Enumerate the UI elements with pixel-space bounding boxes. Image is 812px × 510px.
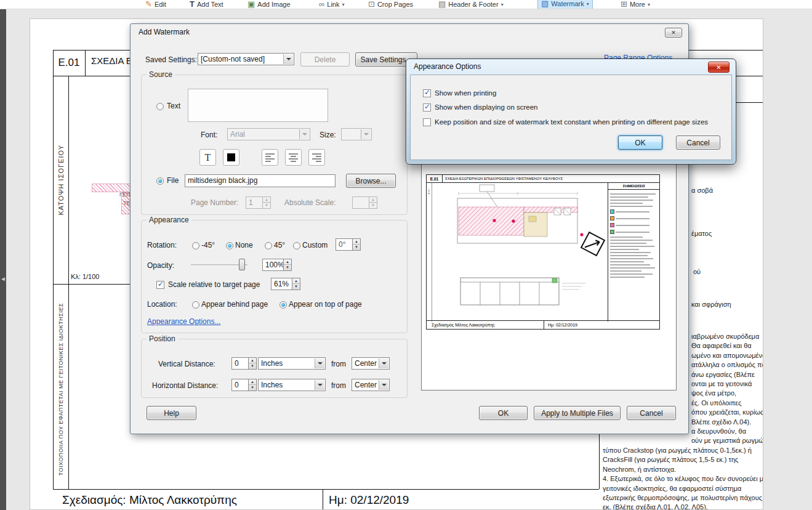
close-icon[interactable]: ✕ bbox=[665, 28, 682, 38]
chevron-down-icon: ▾ bbox=[587, 1, 589, 7]
page-number-input[interactable]: 1 bbox=[246, 196, 263, 209]
align-left-button[interactable] bbox=[262, 149, 278, 166]
horizontal-from-select[interactable]: Center bbox=[352, 379, 390, 391]
side-label-plan-view: ΚΑΤΟΨΗ ΙΣΟΓΕΙΟΥ bbox=[53, 76, 68, 284]
location-ontop-radio[interactable] bbox=[279, 301, 287, 309]
help-button[interactable]: Help bbox=[147, 406, 196, 420]
absolute-scale-input[interactable] bbox=[352, 196, 369, 209]
location-behind-radio[interactable] bbox=[192, 301, 199, 309]
text-radio[interactable] bbox=[156, 103, 164, 110]
table-line bbox=[323, 489, 323, 510]
toolbar-link[interactable]: ∞ Link ▾ bbox=[316, 0, 347, 9]
link-icon: ∞ bbox=[319, 0, 324, 8]
toolbar-add-text[interactable]: T Add Text bbox=[187, 0, 227, 9]
show-on-screen-checkbox[interactable] bbox=[423, 103, 431, 111]
size-select[interactable] bbox=[341, 128, 372, 140]
opacity-slider-thumb[interactable] bbox=[239, 259, 245, 270]
absolute-scale-stepper[interactable]: ▲▼ bbox=[369, 196, 377, 209]
show-when-printing-label: Show when printing bbox=[435, 89, 496, 97]
vertical-unit-value: Inches bbox=[261, 359, 283, 368]
opacity-stepper[interactable]: ▲▼ bbox=[284, 259, 292, 271]
toolbar-edit[interactable]: ✎ Edit bbox=[142, 0, 169, 9]
position-group-label: Position bbox=[147, 334, 178, 343]
appearance-group-label: Appearance bbox=[147, 216, 191, 224]
vertical-from-select[interactable]: Center bbox=[352, 357, 390, 370]
page-number-stepper[interactable]: ▲▼ bbox=[263, 196, 271, 209]
align-center-button[interactable] bbox=[285, 149, 302, 166]
note-line: Neochrom, ή αντίστοιχα. bbox=[603, 465, 763, 474]
preview-designer: Σχεδιασμός Μίλτος Λακκοτρύπης bbox=[427, 321, 544, 329]
show-when-printing-checkbox[interactable] bbox=[423, 89, 431, 97]
scale-label: Κλ: 1/100 bbox=[71, 273, 99, 280]
vertical-unit-select[interactable]: Inches bbox=[258, 357, 326, 370]
ok-button[interactable]: OK bbox=[618, 136, 662, 150]
file-path-input[interactable]: miltisdesign black.jpg bbox=[185, 174, 336, 187]
left-panel-strip[interactable]: ◄ bbox=[0, 9, 6, 510]
size-label: Size: bbox=[320, 131, 336, 139]
font-select[interactable]: Arial bbox=[227, 128, 310, 140]
toolbar-edit-label: Edit bbox=[155, 1, 166, 8]
opacity-input[interactable]: 100% bbox=[262, 259, 284, 271]
pencil-icon: ✎ bbox=[145, 0, 152, 8]
rotation-degree-stepper[interactable]: ▲▼ bbox=[353, 238, 361, 251]
horizontal-distance-stepper[interactable]: ▲▼ bbox=[249, 379, 257, 391]
collapse-arrow-icon[interactable]: ◄ bbox=[0, 275, 6, 282]
chevron-down-icon bbox=[379, 358, 388, 368]
apply-multiple-files-button[interactable]: Apply to Multiple Files bbox=[534, 406, 621, 420]
watermark-text-input[interactable] bbox=[188, 89, 328, 122]
micro-text-bar bbox=[610, 252, 651, 253]
show-on-screen-label: Show when displaying on screen bbox=[435, 103, 538, 111]
file-radio[interactable] bbox=[156, 177, 164, 185]
scale-percent-stepper[interactable]: ▲▼ bbox=[292, 278, 300, 290]
toolbar-header-footer-label: Header & Footer bbox=[448, 1, 498, 8]
rotation-label: Rotation: bbox=[147, 241, 177, 249]
saved-settings-label: Saved Settings: bbox=[145, 55, 197, 64]
scale-percent-input[interactable]: 61% bbox=[271, 278, 292, 290]
preview-sheet-code: Ε.01 bbox=[427, 175, 443, 182]
legend-color-swatch bbox=[610, 230, 614, 234]
vertical-distance-input[interactable]: 0 bbox=[231, 357, 249, 370]
rotation-degree-input[interactable]: 0° bbox=[336, 238, 353, 251]
horizontal-distance-input[interactable]: 0 bbox=[231, 379, 249, 391]
rotation-none-radio[interactable] bbox=[226, 242, 233, 249]
preview-notes-column: ΣΗΜΕΙΩΣΕΙΣ bbox=[608, 183, 660, 322]
font-color-button[interactable]: T bbox=[199, 149, 216, 166]
toolbar-more[interactable]: ⊞ More ▾ bbox=[617, 0, 653, 9]
rotation-45-radio[interactable] bbox=[265, 242, 272, 249]
keep-position-checkbox[interactable] bbox=[423, 118, 431, 126]
color-swatch-button[interactable] bbox=[223, 149, 239, 166]
dialog-content: Show when printing Show when displaying … bbox=[410, 75, 732, 160]
micro-text-bar bbox=[610, 196, 648, 198]
toolbar-watermark[interactable]: ▧ Watermark ▾ bbox=[537, 0, 593, 9]
toolbar-header-footer[interactable]: ▤ Header & Footer ▾ bbox=[435, 0, 507, 9]
chevron-down-icon bbox=[361, 129, 371, 139]
appearance-options-link[interactable]: Appearance Options... bbox=[147, 317, 220, 326]
date-value: Ημ: 02/12/2019 bbox=[329, 493, 409, 507]
align-right-button[interactable] bbox=[308, 149, 325, 166]
legend-color-swatch bbox=[610, 216, 614, 221]
browse-button[interactable]: Browse... bbox=[346, 174, 396, 188]
close-icon[interactable]: ✕ bbox=[708, 62, 730, 73]
toolbar-add-image[interactable]: ▣ Add Image bbox=[244, 0, 294, 9]
micro-text-bar bbox=[610, 261, 644, 262]
micro-text-block bbox=[610, 237, 658, 278]
rotation-minus45-radio[interactable] bbox=[192, 242, 199, 249]
horizontal-unit-value: Inches bbox=[261, 381, 283, 389]
scale-relative-checkbox[interactable] bbox=[156, 281, 164, 289]
rotation-45-label: 45° bbox=[274, 241, 285, 249]
cancel-button[interactable]: Cancel bbox=[627, 406, 676, 420]
legend-row bbox=[610, 216, 658, 221]
toolbar-crop-pages[interactable]: ⊡ Crop Pages bbox=[365, 0, 416, 9]
dialog-title: Appearance Options bbox=[414, 59, 481, 75]
micro-text-bar bbox=[610, 240, 653, 241]
ok-button[interactable]: OK bbox=[479, 406, 528, 420]
more-icon: ⊞ bbox=[621, 0, 627, 8]
font-value: Arial bbox=[230, 130, 245, 139]
rotation-custom-radio[interactable] bbox=[293, 242, 300, 249]
horizontal-unit-select[interactable]: Inches bbox=[258, 379, 326, 391]
cancel-button[interactable]: Cancel bbox=[676, 136, 720, 150]
saved-settings-select[interactable]: [Custom-not saved] bbox=[198, 53, 294, 65]
vertical-distance-stepper[interactable]: ▲▼ bbox=[249, 357, 257, 370]
delete-button[interactable]: Delete bbox=[300, 52, 350, 67]
note-line: τύπου Crackstop (για ρωγμές πλάτους 0-1,… bbox=[603, 446, 763, 455]
